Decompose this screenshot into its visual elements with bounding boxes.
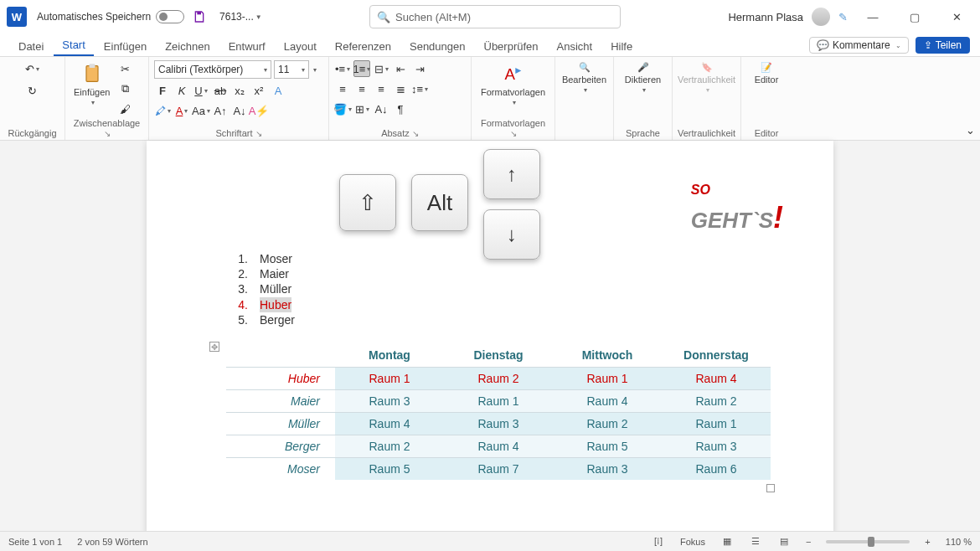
zoom-out-button[interactable]: − (806, 537, 811, 547)
paste-button[interactable]: Einfügen ▾ (70, 60, 113, 108)
key-illustration: ⇧ Alt ↑ ↓ (339, 149, 540, 260)
borders-button[interactable]: ⊞▾ (353, 100, 370, 117)
schedule-table[interactable]: Montag Dienstag Mittwoch Donnerstag Hube… (226, 343, 771, 480)
styles-button[interactable]: A Formatvorlagen ▾ (477, 60, 549, 108)
zoom-level[interactable]: 110 % (946, 537, 972, 547)
document-page[interactable]: ⇧ Alt ↑ ↓ SO GEHT`S! 1.Moser 2.Maier 3.M… (147, 141, 833, 534)
cut-button[interactable]: ✂ (116, 60, 133, 77)
font-name-select[interactable]: Calibri (Textkörper)▾ (154, 60, 271, 79)
tab-sendungen[interactable]: Sendungen (401, 37, 474, 56)
doc-name-dropdown-icon[interactable]: ▼ (255, 13, 262, 21)
italic-button[interactable]: K (173, 82, 190, 99)
collapse-ribbon-icon[interactable]: ⌄ (966, 124, 975, 136)
search-input[interactable]: 🔍 Suchen (Alt+M) (369, 5, 621, 28)
align-right-button[interactable]: ≡ (373, 80, 389, 97)
focus-label[interactable]: Fokus (680, 537, 705, 547)
focus-mode-button[interactable]: [⁞] (652, 535, 665, 548)
chevron-down-icon: ▾ (513, 99, 516, 106)
superscript-button[interactable]: x² (250, 82, 267, 99)
increase-indent-button[interactable]: ⇥ (411, 60, 428, 77)
numbered-list[interactable]: 1.Moser 2.Maier 3.Müller 4.Huber 5.Berge… (235, 251, 295, 327)
toggle-icon[interactable] (156, 10, 184, 23)
maximize-button[interactable]: ▢ (898, 4, 931, 29)
subscript-button[interactable]: x₂ (231, 82, 248, 99)
font-color-button[interactable]: A▾ (173, 102, 190, 119)
sensitivity-button[interactable]: 🔖 Vertraulichkeit ▾ (678, 60, 735, 95)
text-effects-button[interactable]: A (270, 82, 286, 99)
launcher-icon[interactable]: ↘ (510, 129, 517, 138)
search-placeholder: Suchen (Alt+M) (395, 11, 471, 23)
show-marks-button[interactable]: ¶ (392, 100, 409, 117)
bullets-button[interactable]: •≡▾ (334, 60, 351, 77)
col-header: Donnerstag (662, 343, 771, 368)
editor-btn-label: Editor (755, 75, 779, 85)
editor-button[interactable]: 📝 Editor (746, 60, 787, 86)
pen-icon[interactable]: ✎ (838, 11, 848, 23)
table-move-handle-icon[interactable]: ✥ (209, 342, 219, 352)
tab-referenzen[interactable]: Referenzen (327, 37, 400, 56)
close-button[interactable]: ✕ (940, 4, 973, 29)
print-layout-icon[interactable]: ☰ (749, 535, 762, 548)
align-left-button[interactable]: ≡ (334, 80, 351, 97)
zoom-slider[interactable] (826, 540, 910, 543)
numbering-button[interactable]: 1≡▾ (353, 60, 370, 77)
table-resize-handle-icon[interactable] (766, 484, 775, 492)
autosave-toggle[interactable]: Automatisches Speichern (37, 10, 184, 23)
col-header: Mittwoch (553, 343, 662, 368)
col-header: Montag (335, 343, 444, 368)
shading-button[interactable]: 🪣▾ (334, 100, 351, 117)
undo-button[interactable]: ↶▾ (24, 60, 41, 77)
read-mode-icon[interactable]: ▦ (720, 535, 734, 548)
tab-einfuegen[interactable]: Einfügen (95, 37, 155, 56)
dictate-button[interactable]: 🎤 Diktieren ▾ (619, 60, 667, 95)
line-spacing-button[interactable]: ↕≡▾ (411, 80, 428, 97)
launcher-icon[interactable]: ↘ (255, 129, 262, 138)
tab-start[interactable]: Start (54, 35, 93, 56)
shrink-font-button[interactable]: A↓ (231, 102, 248, 119)
launcher-icon[interactable]: ↘ (104, 129, 111, 138)
tab-layout[interactable]: Layout (276, 37, 325, 56)
tab-hilfe[interactable]: Hilfe (602, 37, 641, 56)
document-name[interactable]: 7613-... (219, 11, 254, 23)
chevron-down-icon: ▾ (584, 86, 587, 94)
tab-ansicht[interactable]: Ansicht (549, 37, 601, 56)
tab-datei[interactable]: Datei (10, 37, 52, 56)
strike-button[interactable]: ab (212, 82, 229, 99)
decrease-indent-button[interactable]: ⇤ (392, 60, 409, 77)
edit-button[interactable]: 🔍 Bearbeiten ▾ (560, 60, 608, 95)
web-layout-icon[interactable]: ▤ (777, 535, 791, 548)
format-painter-button[interactable]: 🖌 (116, 100, 133, 117)
sort-button[interactable]: A↓ (373, 100, 389, 117)
change-case-button[interactable]: Aa▾ (193, 102, 209, 119)
tab-ueberpruefen[interactable]: Überprüfen (476, 37, 547, 56)
grow-font-button[interactable]: A↑ (212, 102, 229, 119)
language-group-label: Sprache (619, 128, 667, 138)
avatar[interactable] (812, 8, 830, 26)
underline-button[interactable]: U▾ (193, 82, 209, 99)
tab-zeichnen[interactable]: Zeichnen (157, 37, 218, 56)
justify-button[interactable]: ≣ (392, 80, 409, 97)
word-count[interactable]: 2 von 59 Wörtern (77, 537, 147, 547)
font-size-select[interactable]: 11▾ (274, 60, 309, 79)
page-indicator[interactable]: Seite 1 von 1 (8, 537, 62, 547)
alt-key-icon: Alt (411, 174, 468, 231)
comments-button[interactable]: 💬 Kommentare ⌄ (809, 37, 909, 54)
tab-entwurf[interactable]: Entwurf (220, 37, 274, 56)
redo-button[interactable]: ↻ (24, 82, 41, 99)
clear-format-button[interactable]: A⚡ (250, 102, 267, 119)
align-center-button[interactable]: ≡ (353, 80, 370, 97)
chevron-down-icon[interactable]: ▾ (313, 66, 317, 74)
editor-group-label: Editor (746, 128, 787, 138)
mic-icon: 🎤 (637, 62, 649, 73)
minimize-button[interactable]: — (856, 4, 890, 29)
bold-button[interactable]: F (154, 82, 171, 99)
multilevel-button[interactable]: ⊟▾ (373, 60, 389, 77)
launcher-icon[interactable]: ↘ (412, 129, 419, 138)
share-button[interactable]: ⇪ Teilen (916, 37, 970, 54)
save-icon[interactable] (193, 10, 206, 23)
ribbon-tabs: Datei Start Einfügen Zeichnen Entwurf La… (0, 33, 980, 57)
copy-button[interactable]: ⧉ (116, 80, 133, 97)
list-item: 3.Müller (235, 281, 295, 296)
zoom-in-button[interactable]: + (925, 537, 930, 547)
highlight-button[interactable]: 🖍▾ (154, 102, 171, 119)
